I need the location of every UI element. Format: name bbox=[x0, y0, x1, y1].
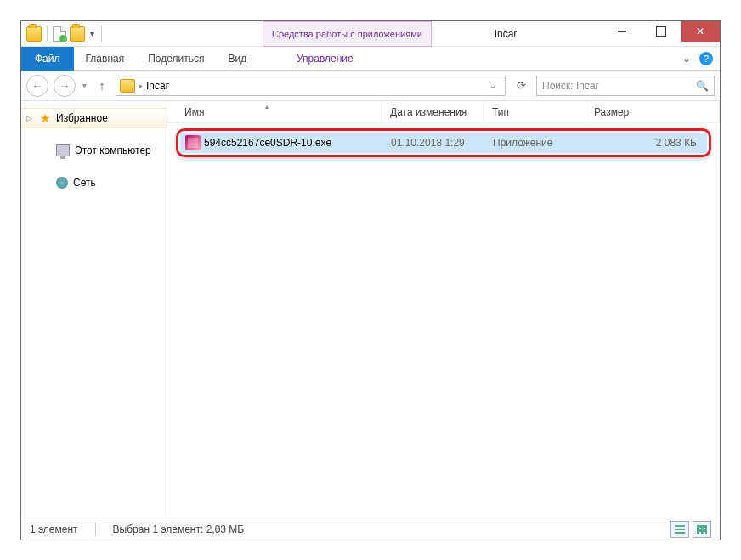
manage-tab[interactable]: Управление bbox=[285, 47, 365, 71]
folder-icon bbox=[120, 79, 135, 93]
sidebar-label: Этот компьютер bbox=[75, 144, 151, 156]
maximize-button[interactable] bbox=[642, 21, 681, 42]
file-size: 2 083 КБ bbox=[595, 137, 707, 149]
file-name: 594cc52167ce0SDR-10.exe bbox=[204, 137, 391, 149]
highlight-annotation: 594cc52167ce0SDR-10.exe 01.10.2018 1:29 … bbox=[176, 128, 711, 157]
address-bar[interactable]: ▸ Incar ⌄ bbox=[116, 76, 506, 96]
exe-icon bbox=[185, 135, 201, 150]
file-tab[interactable]: Файл bbox=[21, 47, 74, 71]
minimize-button[interactable] bbox=[602, 21, 642, 42]
ribbon: Файл Главная Поделиться Вид Управление ⌄… bbox=[21, 47, 720, 71]
file-date: 01.10.2018 1:29 bbox=[391, 137, 493, 149]
back-button[interactable]: ← bbox=[26, 75, 48, 97]
breadcrumb-item[interactable]: Incar bbox=[146, 80, 169, 92]
folder-icon[interactable] bbox=[26, 26, 42, 42]
forward-button[interactable]: → bbox=[54, 75, 76, 97]
search-input[interactable]: Поиск: Incar 🔍 bbox=[536, 76, 715, 96]
file-list-pane: ▴ Имя Дата изменения Тип Размер 594cc521… bbox=[167, 101, 720, 518]
titlebar: ▾ Средства работы с приложениями Incar bbox=[21, 21, 720, 47]
icons-view-button[interactable] bbox=[693, 521, 711, 538]
file-row[interactable]: 594cc52167ce0SDR-10.exe 01.10.2018 1:29 … bbox=[180, 133, 707, 153]
sidebar-favorites[interactable]: ▷ ★ Избранное bbox=[21, 108, 167, 128]
help-icon[interactable]: ? bbox=[699, 52, 713, 65]
home-tab[interactable]: Главная bbox=[74, 47, 137, 71]
sidebar-label: Сеть bbox=[73, 177, 96, 189]
qat-dropdown-icon[interactable]: ▾ bbox=[88, 29, 96, 38]
view-tab[interactable]: Вид bbox=[216, 47, 258, 71]
window-title: Incar bbox=[421, 28, 591, 40]
column-size[interactable]: Размер bbox=[585, 101, 720, 122]
details-view-button[interactable] bbox=[670, 521, 689, 538]
app-tools-context-tab[interactable]: Средства работы с приложениями bbox=[263, 21, 432, 47]
column-headers: ▴ Имя Дата изменения Тип Размер bbox=[167, 101, 720, 123]
share-tab[interactable]: Поделиться bbox=[136, 47, 216, 71]
item-count: 1 элемент bbox=[30, 523, 78, 535]
sidebar-label: Избранное bbox=[56, 112, 108, 124]
column-date[interactable]: Дата изменения bbox=[382, 101, 484, 122]
column-type[interactable]: Тип bbox=[484, 101, 585, 122]
chevron-right-icon[interactable]: ▸ bbox=[139, 81, 143, 90]
sort-indicator-icon: ▴ bbox=[265, 103, 269, 110]
caption-buttons bbox=[602, 21, 720, 42]
ribbon-collapse-icon[interactable]: ⌄ bbox=[682, 53, 691, 65]
address-dropdown-icon[interactable]: ⌄ bbox=[484, 81, 501, 90]
navigation-bar: ← → ▾ ↑ ▸ Incar ⌄ ⟳ Поиск: Incar 🔍 bbox=[21, 71, 720, 101]
sidebar-this-pc[interactable]: ▷ Этот компьютер bbox=[21, 140, 167, 161]
quick-access-toolbar: ▾ bbox=[21, 26, 109, 42]
properties-icon[interactable] bbox=[53, 26, 66, 42]
navigation-pane: ▷ ★ Избранное ▷ Этот компьютер ▷ Сеть bbox=[21, 101, 167, 518]
refresh-button[interactable]: ⟳ bbox=[511, 79, 531, 92]
selection-info: Выбран 1 элемент: 2,03 МБ bbox=[113, 523, 245, 535]
sidebar-network[interactable]: ▷ Сеть bbox=[21, 173, 167, 193]
explorer-window: ▾ Средства работы с приложениями Incar Ф… bbox=[20, 20, 721, 540]
search-icon: 🔍 bbox=[696, 80, 709, 92]
star-icon: ★ bbox=[40, 111, 51, 125]
status-bar: 1 элемент Выбран 1 элемент: 2,03 МБ bbox=[21, 518, 720, 540]
context-tab-group: Средства работы с приложениями bbox=[263, 21, 432, 47]
close-button[interactable] bbox=[681, 21, 720, 42]
file-type: Приложение bbox=[493, 137, 595, 149]
search-placeholder: Поиск: Incar bbox=[542, 80, 599, 92]
new-folder-icon[interactable] bbox=[70, 26, 85, 42]
column-name[interactable]: Имя bbox=[167, 101, 382, 122]
computer-icon bbox=[56, 144, 70, 156]
expand-icon[interactable]: ▷ bbox=[26, 114, 35, 122]
body: ▷ ★ Избранное ▷ Этот компьютер ▷ Сеть ▴ … bbox=[21, 101, 720, 518]
recent-locations-icon[interactable]: ▾ bbox=[81, 75, 88, 97]
network-icon bbox=[56, 177, 68, 189]
up-button[interactable]: ↑ bbox=[93, 79, 110, 93]
